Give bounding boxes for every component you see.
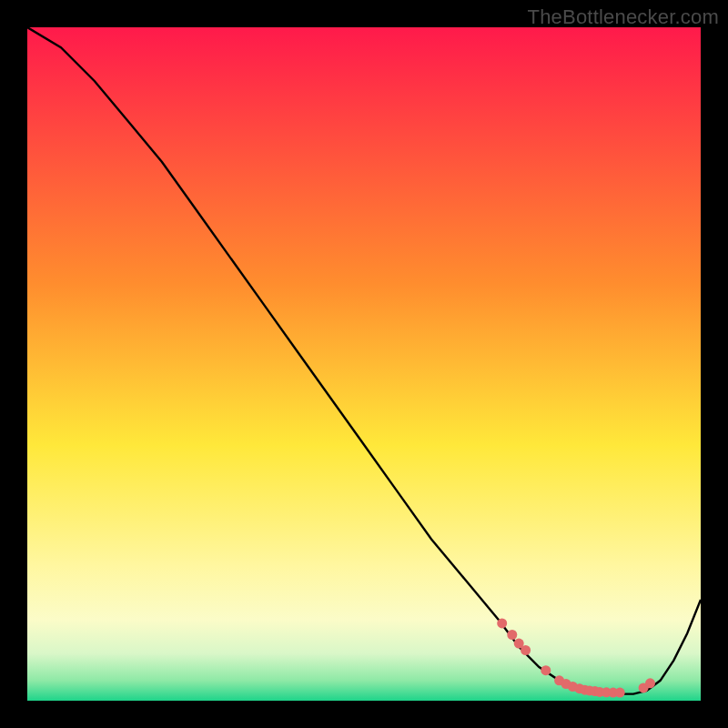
- highlight-point: [521, 645, 531, 655]
- gradient-background: [27, 27, 701, 701]
- highlight-point: [541, 665, 551, 675]
- watermark-text: TheBottlenecker.com: [528, 5, 719, 29]
- highlight-point: [615, 688, 625, 698]
- highlight-point: [497, 618, 507, 628]
- highlight-point: [507, 630, 517, 640]
- chart-frame: TheBottlenecker.com: [0, 0, 728, 728]
- plot-area: [27, 27, 701, 701]
- highlight-point: [645, 678, 655, 688]
- chart-svg: [27, 27, 701, 701]
